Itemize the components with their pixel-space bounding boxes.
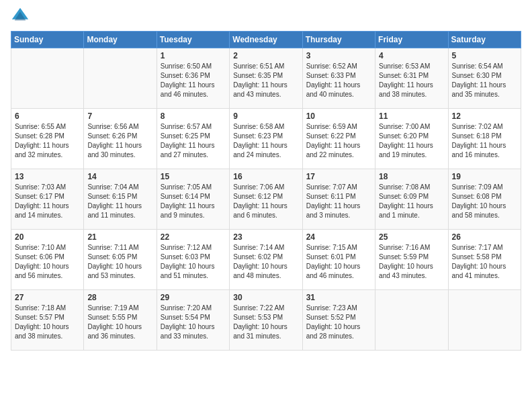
cell-content: Sunrise: 6:57 AM Sunset: 6:25 PM Dayligh… <box>161 122 226 160</box>
calendar-cell: 28Sunrise: 7:19 AM Sunset: 5:55 PM Dayli… <box>84 290 157 351</box>
day-number: 7 <box>87 111 152 121</box>
cell-content: Sunrise: 7:16 AM Sunset: 5:59 PM Dayligh… <box>379 243 444 281</box>
cell-content: Sunrise: 7:20 AM Sunset: 5:54 PM Dayligh… <box>161 304 226 341</box>
cell-content: Sunrise: 7:19 AM Sunset: 5:55 PM Dayligh… <box>87 304 152 341</box>
header-day-tuesday: Tuesday <box>157 32 229 48</box>
calendar-cell: 18Sunrise: 7:08 AM Sunset: 6:09 PM Dayli… <box>375 169 448 230</box>
cell-content: Sunrise: 6:52 AM Sunset: 6:33 PM Dayligh… <box>306 62 371 99</box>
header-day-monday: Monday <box>84 32 157 48</box>
calendar-cell: 13Sunrise: 7:03 AM Sunset: 6:17 PM Dayli… <box>11 169 84 230</box>
day-number: 30 <box>233 293 298 302</box>
calendar-table: SundayMondayTuesdayWednesdayThursdayFrid… <box>11 31 521 351</box>
cell-content: Sunrise: 7:09 AM Sunset: 6:08 PM Dayligh… <box>452 183 517 220</box>
day-number: 27 <box>15 293 80 302</box>
calendar-cell: 9Sunrise: 6:58 AM Sunset: 6:23 PM Daylig… <box>230 109 302 169</box>
calendar-cell: 4Sunrise: 6:53 AM Sunset: 6:31 PM Daylig… <box>375 48 448 109</box>
calendar-cell: 31Sunrise: 7:23 AM Sunset: 5:52 PM Dayli… <box>302 290 375 351</box>
header-area <box>11 7 521 26</box>
cell-content: Sunrise: 7:18 AM Sunset: 5:57 PM Dayligh… <box>15 304 80 341</box>
day-number: 18 <box>379 172 444 181</box>
cell-content: Sunrise: 7:12 AM Sunset: 6:03 PM Dayligh… <box>161 243 226 281</box>
day-number: 28 <box>87 293 152 302</box>
calendar-cell: 30Sunrise: 7:22 AM Sunset: 5:53 PM Dayli… <box>230 290 302 351</box>
calendar-cell: 27Sunrise: 7:18 AM Sunset: 5:57 PM Dayli… <box>11 290 84 351</box>
day-number: 20 <box>15 232 80 242</box>
cell-content: Sunrise: 6:59 AM Sunset: 6:22 PM Dayligh… <box>306 122 371 160</box>
calendar-cell <box>11 48 84 109</box>
header-day-saturday: Saturday <box>448 32 521 48</box>
day-number: 24 <box>306 232 371 242</box>
calendar-cell: 1Sunrise: 6:50 AM Sunset: 6:36 PM Daylig… <box>157 48 229 109</box>
day-number: 15 <box>161 172 226 181</box>
day-number: 16 <box>233 172 298 181</box>
day-number: 8 <box>161 111 226 121</box>
header-row: SundayMondayTuesdayWednesdayThursdayFrid… <box>11 32 521 48</box>
week-row-2: 6Sunrise: 6:55 AM Sunset: 6:28 PM Daylig… <box>11 109 521 169</box>
header-day-wednesday: Wednesday <box>230 32 302 48</box>
day-number: 2 <box>233 51 298 60</box>
cell-content: Sunrise: 6:58 AM Sunset: 6:23 PM Dayligh… <box>233 122 298 160</box>
cell-content: Sunrise: 7:08 AM Sunset: 6:09 PM Dayligh… <box>379 183 444 220</box>
calendar-cell: 29Sunrise: 7:20 AM Sunset: 5:54 PM Dayli… <box>157 290 229 351</box>
cell-content: Sunrise: 6:55 AM Sunset: 6:28 PM Dayligh… <box>15 122 80 160</box>
calendar-cell: 15Sunrise: 7:05 AM Sunset: 6:14 PM Dayli… <box>157 169 229 230</box>
week-row-1: 1Sunrise: 6:50 AM Sunset: 6:36 PM Daylig… <box>11 48 521 109</box>
cell-content: Sunrise: 6:50 AM Sunset: 6:36 PM Dayligh… <box>161 62 226 99</box>
cell-content: Sunrise: 6:54 AM Sunset: 6:30 PM Dayligh… <box>452 62 517 99</box>
logo <box>11 7 32 26</box>
day-number: 29 <box>161 293 226 302</box>
cell-content: Sunrise: 7:00 AM Sunset: 6:20 PM Dayligh… <box>379 122 444 160</box>
day-number: 9 <box>233 111 298 121</box>
calendar-cell <box>448 290 521 351</box>
cell-content: Sunrise: 6:56 AM Sunset: 6:26 PM Dayligh… <box>87 122 152 160</box>
calendar-cell: 25Sunrise: 7:16 AM Sunset: 5:59 PM Dayli… <box>375 230 448 290</box>
calendar-cell: 8Sunrise: 6:57 AM Sunset: 6:25 PM Daylig… <box>157 109 229 169</box>
calendar-cell: 7Sunrise: 6:56 AM Sunset: 6:26 PM Daylig… <box>84 109 157 169</box>
calendar-header: SundayMondayTuesdayWednesdayThursdayFrid… <box>11 32 521 48</box>
day-number: 17 <box>306 172 371 181</box>
day-number: 5 <box>452 51 517 60</box>
calendar-cell: 19Sunrise: 7:09 AM Sunset: 6:08 PM Dayli… <box>448 169 521 230</box>
calendar-cell <box>84 48 157 109</box>
calendar-cell: 11Sunrise: 7:00 AM Sunset: 6:20 PM Dayli… <box>375 109 448 169</box>
day-number: 1 <box>161 51 226 60</box>
cell-content: Sunrise: 7:14 AM Sunset: 6:02 PM Dayligh… <box>233 243 298 281</box>
calendar-cell: 26Sunrise: 7:17 AM Sunset: 5:58 PM Dayli… <box>448 230 521 290</box>
calendar-cell: 6Sunrise: 6:55 AM Sunset: 6:28 PM Daylig… <box>11 109 84 169</box>
calendar-cell: 3Sunrise: 6:52 AM Sunset: 6:33 PM Daylig… <box>302 48 375 109</box>
day-number: 11 <box>379 111 444 121</box>
cell-content: Sunrise: 7:10 AM Sunset: 6:06 PM Dayligh… <box>15 243 80 281</box>
calendar-cell: 12Sunrise: 7:02 AM Sunset: 6:18 PM Dayli… <box>448 109 521 169</box>
calendar-cell: 5Sunrise: 6:54 AM Sunset: 6:30 PM Daylig… <box>448 48 521 109</box>
cell-content: Sunrise: 7:03 AM Sunset: 6:17 PM Dayligh… <box>15 183 80 220</box>
calendar-cell: 2Sunrise: 6:51 AM Sunset: 6:35 PM Daylig… <box>230 48 302 109</box>
calendar-cell <box>375 290 448 351</box>
day-number: 10 <box>306 111 371 121</box>
day-number: 31 <box>306 293 371 302</box>
week-row-3: 13Sunrise: 7:03 AM Sunset: 6:17 PM Dayli… <box>11 169 521 230</box>
day-number: 22 <box>161 232 226 242</box>
day-number: 12 <box>452 111 517 121</box>
day-number: 4 <box>379 51 444 60</box>
calendar-cell: 16Sunrise: 7:06 AM Sunset: 6:12 PM Dayli… <box>230 169 302 230</box>
day-number: 26 <box>452 232 517 242</box>
calendar-cell: 14Sunrise: 7:04 AM Sunset: 6:15 PM Dayli… <box>84 169 157 230</box>
calendar-cell: 24Sunrise: 7:15 AM Sunset: 6:01 PM Dayli… <box>302 230 375 290</box>
cell-content: Sunrise: 7:23 AM Sunset: 5:52 PM Dayligh… <box>306 304 371 341</box>
cell-content: Sunrise: 6:53 AM Sunset: 6:31 PM Dayligh… <box>379 62 444 99</box>
header-day-thursday: Thursday <box>302 32 375 48</box>
calendar-body: 1Sunrise: 6:50 AM Sunset: 6:36 PM Daylig… <box>11 48 521 351</box>
calendar-cell: 10Sunrise: 6:59 AM Sunset: 6:22 PM Dayli… <box>302 109 375 169</box>
calendar-cell: 23Sunrise: 7:14 AM Sunset: 6:02 PM Dayli… <box>230 230 302 290</box>
calendar-cell: 22Sunrise: 7:12 AM Sunset: 6:03 PM Dayli… <box>157 230 229 290</box>
day-number: 19 <box>452 172 517 181</box>
page-container: SundayMondayTuesdayWednesdayThursdayFrid… <box>0 0 532 361</box>
week-row-5: 27Sunrise: 7:18 AM Sunset: 5:57 PM Dayli… <box>11 290 521 351</box>
day-number: 13 <box>15 172 80 181</box>
cell-content: Sunrise: 7:04 AM Sunset: 6:15 PM Dayligh… <box>87 183 152 220</box>
cell-content: Sunrise: 7:22 AM Sunset: 5:53 PM Dayligh… <box>233 304 298 341</box>
cell-content: Sunrise: 7:06 AM Sunset: 6:12 PM Dayligh… <box>233 183 298 220</box>
cell-content: Sunrise: 7:02 AM Sunset: 6:18 PM Dayligh… <box>452 122 517 160</box>
header-day-friday: Friday <box>375 32 448 48</box>
calendar-cell: 17Sunrise: 7:07 AM Sunset: 6:11 PM Dayli… <box>302 169 375 230</box>
